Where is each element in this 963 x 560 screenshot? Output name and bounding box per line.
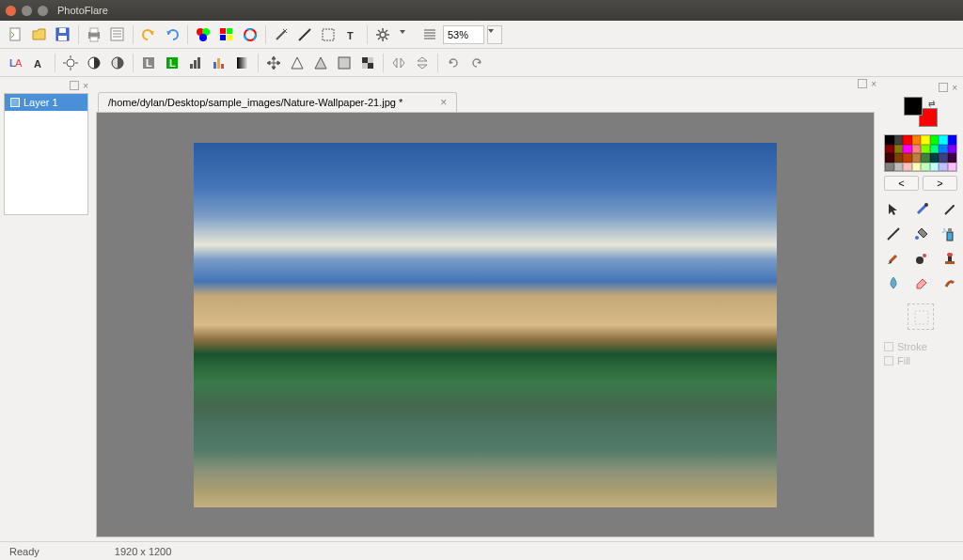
settings-button[interactable] xyxy=(372,24,393,45)
palette-swatch[interactable] xyxy=(885,145,894,154)
palette-swatch[interactable] xyxy=(903,163,912,172)
shape-button[interactable] xyxy=(334,53,355,73)
levels-button[interactable] xyxy=(185,53,206,73)
palette-swatch[interactable] xyxy=(921,135,930,145)
swap-colors-icon[interactable]: ⇄ xyxy=(928,99,936,108)
palette-swatch[interactable] xyxy=(948,145,957,154)
palette-swatch[interactable] xyxy=(939,145,948,154)
undo-button[interactable] xyxy=(138,24,159,45)
triangle-button[interactable] xyxy=(287,53,308,73)
text-tool-button[interactable]: T xyxy=(341,24,362,45)
palette-swatch[interactable] xyxy=(948,163,957,172)
palette-swatch[interactable] xyxy=(903,153,912,163)
histogram-button[interactable] xyxy=(209,53,229,73)
panel-detach-icon[interactable] xyxy=(70,81,79,90)
palette-swatch[interactable] xyxy=(921,145,930,154)
color-dialog-button[interactable] xyxy=(193,24,213,45)
zoom-input[interactable]: 53% xyxy=(443,25,484,44)
palette-next-button[interactable]: > xyxy=(923,176,957,191)
panel-close-icon[interactable]: × xyxy=(83,81,88,91)
zoom-dropdown[interactable] xyxy=(487,25,502,44)
new-file-button[interactable] xyxy=(6,24,26,45)
line-tool-button[interactable] xyxy=(294,24,315,45)
window-close-button[interactable] xyxy=(6,6,16,16)
clone-tool[interactable] xyxy=(912,249,931,268)
save-file-button[interactable] xyxy=(53,24,73,45)
panel-close-icon[interactable]: × xyxy=(952,83,957,93)
color-indicator[interactable]: ⇄ xyxy=(904,97,938,127)
palette-swatch[interactable] xyxy=(930,153,939,163)
smudge-tool[interactable] xyxy=(940,273,959,292)
swatches-button[interactable] xyxy=(216,24,237,45)
stamp-tool[interactable] xyxy=(940,249,959,268)
palette-swatch[interactable] xyxy=(894,145,904,154)
palette-swatch[interactable] xyxy=(948,135,957,145)
spray-tool[interactable] xyxy=(940,225,959,243)
checker-button[interactable] xyxy=(357,53,378,73)
pointer-tool[interactable] xyxy=(884,200,903,219)
layer-visibility-icon[interactable] xyxy=(10,98,20,107)
rotate-cw-button[interactable] xyxy=(466,53,487,73)
palette-swatch[interactable] xyxy=(885,153,894,163)
gamma-button[interactable] xyxy=(107,53,128,73)
channel-r-button[interactable]: L xyxy=(162,53,182,73)
rotate-ccw-button[interactable] xyxy=(443,53,464,73)
palette-swatch[interactable] xyxy=(912,135,922,145)
window-minimize-button[interactable] xyxy=(22,6,32,16)
palette-swatch[interactable] xyxy=(930,145,939,154)
palette-swatch[interactable] xyxy=(912,163,922,172)
palette-swatch[interactable] xyxy=(912,153,922,163)
eraser-tool[interactable] xyxy=(912,273,931,292)
palette-swatch[interactable] xyxy=(894,163,904,172)
palette-swatch[interactable] xyxy=(894,153,904,163)
palette-swatch[interactable] xyxy=(885,135,894,145)
document-tab[interactable]: /home/dylan/Desktop/sample_images/Nature… xyxy=(98,92,457,112)
font-button[interactable]: A xyxy=(29,53,50,73)
palette-swatch[interactable] xyxy=(921,153,930,163)
print-button[interactable] xyxy=(84,24,104,45)
palette-swatch[interactable] xyxy=(930,163,939,172)
flip-v-button[interactable] xyxy=(412,53,433,73)
brightness-button[interactable] xyxy=(60,53,81,73)
palette-swatch[interactable] xyxy=(939,153,948,163)
palette-swatch[interactable] xyxy=(894,135,904,145)
list-view-button[interactable] xyxy=(419,24,440,45)
palette-swatch[interactable] xyxy=(921,163,930,172)
wand-tool[interactable] xyxy=(940,200,959,219)
canvas-close-icon[interactable]: × xyxy=(871,79,876,89)
eyedropper-tool[interactable] xyxy=(912,200,931,219)
window-maximize-button[interactable] xyxy=(38,6,48,16)
brush-tool[interactable] xyxy=(884,249,903,268)
palette-swatch[interactable] xyxy=(939,163,948,172)
palette-swatch[interactable] xyxy=(912,145,922,154)
layers-list[interactable]: Layer 1 xyxy=(4,93,88,215)
settings-dropdown[interactable] xyxy=(396,24,417,45)
text-effect-button[interactable]: L A xyxy=(6,53,26,73)
foreground-color[interactable] xyxy=(904,97,923,116)
layer-item[interactable]: Layer 1 xyxy=(5,94,87,111)
select-tool-button[interactable] xyxy=(318,24,339,45)
panel-detach-icon[interactable] xyxy=(939,83,948,92)
palette-prev-button[interactable]: < xyxy=(884,176,919,191)
properties-button[interactable] xyxy=(107,24,128,45)
line-tool[interactable] xyxy=(884,225,903,243)
canvas-detach-icon[interactable] xyxy=(858,79,867,88)
redo-button[interactable] xyxy=(162,24,182,45)
palette-swatch[interactable] xyxy=(939,135,948,145)
tab-close-icon[interactable]: × xyxy=(440,96,447,109)
blur-tool[interactable] xyxy=(884,273,903,292)
palette-swatch[interactable] xyxy=(885,163,894,172)
channel-l-button[interactable]: L xyxy=(138,53,159,73)
palette-swatch[interactable] xyxy=(903,135,912,145)
stroke-checkbox[interactable] xyxy=(884,342,893,351)
flip-h-button[interactable] xyxy=(388,53,409,73)
canvas-area[interactable] xyxy=(96,112,875,537)
selection-tool[interactable] xyxy=(908,303,934,330)
gradient-button[interactable] xyxy=(232,53,253,73)
contrast-button[interactable] xyxy=(84,53,104,73)
move-button[interactable] xyxy=(263,53,284,73)
bucket-tool[interactable] xyxy=(912,225,931,243)
triangle-fill-button[interactable] xyxy=(310,53,331,73)
hue-button[interactable] xyxy=(240,24,260,45)
palette-swatch[interactable] xyxy=(903,145,912,154)
